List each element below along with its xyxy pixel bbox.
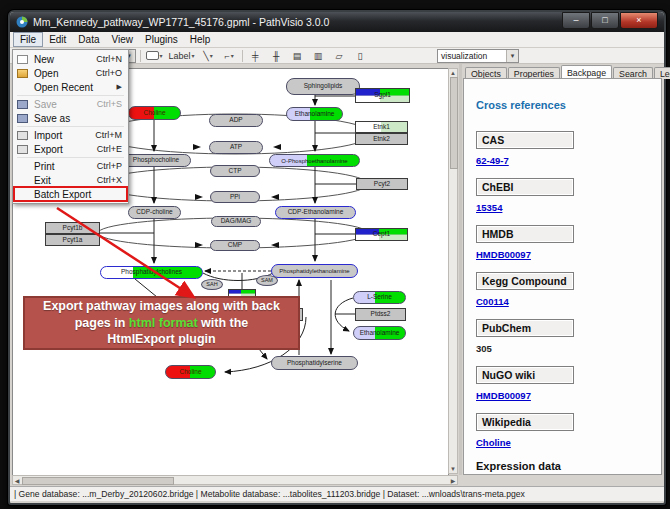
node-atp[interactable]: ATP — [209, 141, 263, 154]
chevron-down-icon[interactable]: ▾ — [506, 50, 518, 62]
distribute-horizontal-button[interactable]: ▤ — [289, 49, 306, 62]
menu-view[interactable]: View — [105, 33, 139, 46]
file-menu-item-open[interactable]: Open Ctrl+O — [14, 66, 127, 80]
node-ethanolamine-top[interactable]: Ethanolamine — [286, 107, 343, 121]
file-menu-item-save[interactable]: Save Ctrl+S — [14, 97, 127, 111]
node-dag-mag[interactable]: DAG/MAG — [211, 216, 261, 227]
node-phosphocholine[interactable]: Phosphocholine — [121, 154, 191, 167]
distribute-vertical-icon: ▥ — [314, 51, 323, 61]
xref-section-cas: CAS 62-49-7 — [476, 131, 649, 166]
annotation-highlight: html format — [129, 316, 198, 330]
toolbar-separator — [140, 50, 141, 62]
menu-file[interactable]: File — [13, 32, 43, 47]
file-menu-item-import[interactable]: Import Ctrl+M — [14, 128, 127, 142]
menu-plugins[interactable]: Plugins — [139, 33, 184, 46]
gene-box-pcyt1a[interactable]: Pcyt1a — [45, 234, 100, 246]
vertical-scroll-thumb[interactable] — [450, 77, 458, 169]
horizontal-scrollbar[interactable]: ◀ ▶ — [12, 475, 458, 485]
distribute-horizontal-icon: ▤ — [293, 51, 302, 61]
file-menu-item-new[interactable]: New Ctrl+N — [14, 52, 127, 66]
node-sah[interactable]: SAH — [201, 279, 223, 290]
node-o-phosphoethanolamine[interactable]: O-Phosphoethanolamine — [269, 154, 360, 167]
line-tool-button[interactable]: ╲ ▾ — [200, 49, 217, 62]
common-height-button[interactable]: ▯ — [352, 49, 369, 62]
expression-data-heading: Expression data — [476, 460, 649, 472]
side-panel: Objects Properties Backpage Search Legen… — [463, 64, 662, 475]
close-button[interactable]: × — [620, 12, 658, 29]
panel-splitter[interactable] — [459, 64, 462, 475]
line-icon: ╲ — [203, 51, 208, 61]
common-width-button[interactable]: ▱ — [331, 49, 348, 62]
pathvisio-logo-icon — [16, 16, 28, 28]
xref-link[interactable]: 62-49-7 — [476, 155, 649, 166]
xref-section-pubchem: PubChem 305 — [476, 319, 649, 354]
common-height-icon: ▯ — [358, 51, 363, 61]
align-center-button[interactable]: ╪ — [247, 49, 264, 62]
node-adp[interactable]: ADP — [209, 114, 263, 127]
node-cdp-choline[interactable]: CDP-choline — [128, 206, 181, 219]
scroll-down-icon[interactable]: ▼ — [449, 465, 457, 473]
file-menu-item-exit[interactable]: Exit Ctrl+X — [14, 173, 127, 187]
node-cdp-ethanolamine[interactable]: CDP-Ethanolamine — [275, 206, 356, 219]
node-sphingolipids[interactable]: Sphingolipids — [286, 78, 360, 95]
node-ppi[interactable]: PPi — [210, 191, 260, 203]
menu-edit[interactable]: Edit — [43, 33, 72, 46]
vertical-scrollbar[interactable]: ▲ ▼ — [448, 68, 458, 474]
menu-help[interactable]: Help — [184, 33, 217, 46]
maximize-button[interactable]: □ — [591, 12, 619, 29]
xref-link[interactable]: C00114 — [476, 296, 649, 307]
xref-link[interactable]: 15354 — [476, 202, 649, 213]
file-menu-item-print[interactable]: Print Ctrl+P — [14, 159, 127, 173]
node-choline-bottom-selected[interactable]: Choline — [165, 365, 216, 379]
gene-box-cept1[interactable]: Cept1 — [355, 228, 408, 241]
xref-link[interactable]: Choline — [476, 437, 649, 448]
xref-link[interactable]: HMDB00097 — [476, 390, 649, 401]
node-l-serine[interactable]: L-Serine — [353, 291, 406, 304]
xref-header: ChEBI — [476, 178, 574, 196]
horizontal-scroll-thumb[interactable] — [22, 477, 174, 485]
tab-backpage[interactable]: Backpage — [561, 65, 612, 79]
save-as-icon — [17, 114, 28, 123]
file-menu-item-save-as[interactable]: Save as — [14, 111, 127, 125]
node-phosphatidylserine[interactable]: Phosphatidylserine — [271, 356, 358, 370]
gene-box-pcyt1b[interactable]: Pcyt1b — [45, 222, 100, 234]
gene-box-pcyt2[interactable]: Pcyt2 — [356, 178, 408, 190]
datanode-tool-button[interactable]: ▾ — [145, 49, 164, 62]
menu-data[interactable]: Data — [72, 33, 105, 46]
gene-box-etnk2[interactable]: Etnk2 — [355, 133, 408, 145]
connector-tool-button[interactable]: ⌐ ▾ — [221, 49, 238, 62]
file-menu-item-batch-export[interactable]: Batch Export — [14, 187, 127, 201]
node-ethanolamine-bottom[interactable]: Ethanolamine — [353, 326, 406, 340]
file-menu-item-open-recent[interactable]: Open Recent ▶ — [14, 80, 127, 94]
xref-header: Wikipedia — [476, 413, 574, 431]
file-menu-item-export[interactable]: Export Ctrl+E — [14, 142, 127, 156]
node-phosphatidylethanolamine[interactable]: Phosphatidylethanolamine — [271, 264, 358, 278]
minimize-button[interactable]: – — [562, 12, 590, 29]
scroll-right-icon[interactable]: ▶ — [449, 477, 457, 485]
file-menu: New Ctrl+N Open Ctrl+O Open Recent ▶ Sav… — [12, 49, 129, 204]
gene-box-sgpl1[interactable]: Sgpl1 — [355, 88, 410, 103]
node-choline-top[interactable]: Choline — [128, 106, 181, 120]
node-cmp[interactable]: CMP — [210, 240, 260, 251]
save-icon — [17, 100, 28, 109]
connector-icon: ⌐ — [224, 51, 229, 61]
node-sam[interactable]: SAM — [256, 275, 278, 286]
visualization-combobox[interactable]: visualization ▾ — [437, 49, 519, 63]
export-icon — [17, 145, 28, 154]
new-document-icon — [17, 55, 28, 64]
open-folder-icon — [17, 69, 28, 78]
xref-section-wikipedia: Wikipedia Choline — [476, 413, 649, 448]
gene-box-etnk1[interactable]: Etnk1 — [355, 121, 408, 133]
annotation-line3: HtmlExport plugin — [25, 331, 298, 348]
scroll-up-icon[interactable]: ▲ — [449, 69, 457, 77]
xref-header: NuGO wiki — [476, 366, 574, 384]
align-middle-button[interactable]: ╫ — [268, 49, 285, 62]
node-ctp[interactable]: CTP — [210, 165, 260, 177]
label-tool-button[interactable]: Label ▾ — [168, 49, 196, 62]
menu-separator — [17, 157, 124, 158]
gene-box-ptdss2[interactable]: Ptdss2 — [355, 308, 406, 321]
xref-link[interactable]: HMDB00097 — [476, 249, 649, 260]
distribute-vertical-button[interactable]: ▥ — [310, 49, 327, 62]
scroll-left-icon[interactable]: ◀ — [13, 477, 21, 485]
node-phosphatidylcholines[interactable]: Phosphatidylcholines — [100, 266, 203, 279]
